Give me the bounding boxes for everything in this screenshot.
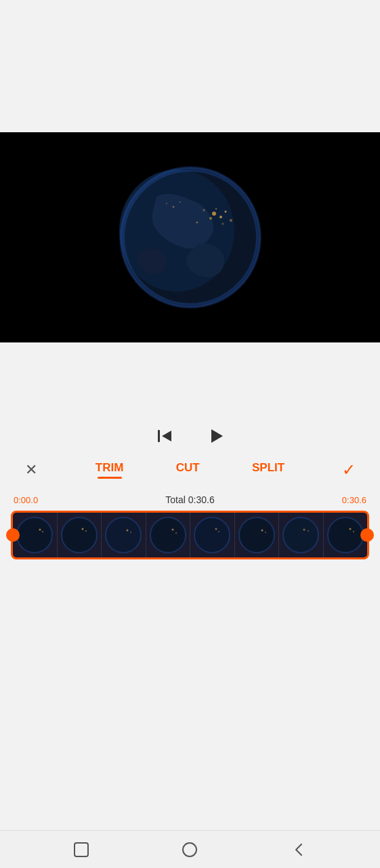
tab-trim-label: TRIM: [96, 461, 124, 475]
svg-point-21: [39, 529, 41, 531]
edit-tab-bar: ✕ TRIM CUT SPLIT ✓: [0, 458, 380, 482]
video-player: [0, 132, 380, 342]
middle-spacer: [0, 342, 380, 424]
flex-spacer: [0, 559, 380, 830]
timeline-strip[interactable]: [11, 511, 369, 559]
svg-point-42: [265, 532, 266, 533]
svg-point-25: [81, 528, 83, 530]
nav-home-button[interactable]: [175, 835, 205, 865]
frame-3: [102, 513, 146, 557]
confirm-button[interactable]: ✓: [337, 458, 361, 482]
controls-panel: ✕ TRIM CUT SPLIT ✓ 0:00.0 Total 0:30.6 0…: [0, 424, 380, 559]
svg-point-22: [42, 531, 43, 532]
frame-2: [58, 513, 102, 557]
svg-point-9: [230, 219, 232, 222]
svg-point-46: [308, 530, 309, 532]
total-time-label: Total 0:30.6: [165, 494, 214, 505]
frame-4: [146, 513, 191, 557]
timeline-section: 0:00.0 Total 0:30.6 0:30.6: [0, 494, 380, 559]
svg-point-45: [303, 529, 305, 531]
svg-point-7: [203, 210, 205, 212]
tab-trim[interactable]: TRIM: [96, 461, 124, 479]
svg-rect-51: [75, 843, 88, 856]
svg-point-30: [130, 532, 131, 533]
svg-point-26: [85, 530, 87, 532]
svg-point-5: [209, 217, 212, 220]
svg-point-29: [127, 530, 129, 532]
svg-point-52: [183, 843, 196, 856]
svg-point-3: [212, 212, 216, 216]
svg-point-13: [172, 206, 174, 208]
svg-point-4: [219, 216, 222, 218]
timeline-handle-right[interactable]: [360, 528, 374, 542]
svg-point-14: [180, 201, 181, 203]
tab-cut-label: CUT: [176, 461, 200, 475]
earth-preview: [116, 163, 265, 312]
svg-rect-18: [158, 430, 160, 442]
start-time-label: 0:00.0: [14, 495, 38, 505]
svg-point-33: [171, 529, 173, 531]
timeline-handle-left[interactable]: [6, 528, 20, 542]
skip-back-button[interactable]: [152, 424, 177, 448]
frame-6: [235, 513, 280, 557]
svg-point-49: [349, 528, 351, 530]
tab-split[interactable]: SPLIT: [252, 461, 284, 479]
close-button[interactable]: ✕: [19, 458, 43, 482]
svg-point-10: [221, 223, 224, 225]
svg-point-50: [353, 531, 354, 532]
svg-point-8: [215, 208, 217, 210]
svg-point-11: [196, 222, 198, 224]
timeline-labels: 0:00.0 Total 0:30.6 0:30.6: [11, 494, 369, 505]
playback-controls: [152, 424, 228, 448]
svg-point-38: [218, 531, 219, 532]
svg-point-41: [261, 530, 263, 532]
svg-point-34: [175, 532, 177, 534]
play-button[interactable]: [204, 424, 228, 448]
frame-7: [279, 513, 324, 557]
svg-point-12: [166, 203, 167, 204]
tab-cut[interactable]: CUT: [175, 461, 200, 479]
svg-point-6: [224, 211, 226, 213]
bottom-nav: [0, 830, 380, 868]
nav-square-button[interactable]: [66, 835, 96, 865]
end-time-label: 0:30.6: [342, 495, 366, 505]
top-spacer: [0, 0, 380, 132]
frame-5: [190, 513, 235, 557]
tab-split-label: SPLIT: [252, 461, 284, 475]
nav-back-button[interactable]: [284, 835, 314, 865]
tab-trim-underline: [98, 477, 122, 479]
svg-point-37: [215, 528, 217, 530]
timeline-frames: [13, 513, 367, 557]
